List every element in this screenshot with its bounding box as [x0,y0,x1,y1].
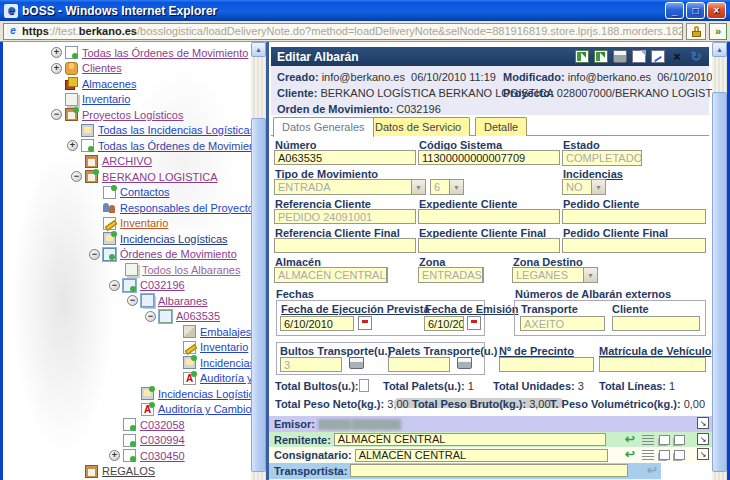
tree-link[interactable]: Incidencias Logísticas [120,233,228,245]
lock-icon[interactable] [686,23,706,40]
go-icon[interactable]: » [709,23,727,40]
tree-link[interactable]: Clientes [82,62,122,74]
fecha-ejecucion-input[interactable]: 6/10/2010 [280,316,354,331]
tree-scrollbar-thumb[interactable] [251,118,266,472]
refresh-icon[interactable]: ↻ [689,50,703,63]
numero-input[interactable]: A063535 [274,150,416,165]
tree-link[interactable]: C032196 [140,279,185,291]
list-icon[interactable] [642,450,654,461]
collapse-icon[interactable]: − [109,280,120,291]
copy-icon[interactable] [674,435,685,445]
transporte-input[interactable]: AXEITO [520,316,605,331]
maximize-button[interactable]: □ [686,2,705,19]
almacen-select[interactable]: ALMACÉN CENTRAL▼ [274,267,388,283]
tree-link[interactable]: Incidencias Logísticas [200,357,251,369]
collapse-icon[interactable]: − [127,295,138,306]
calendar-icon[interactable] [358,316,372,330]
main-scrollbar[interactable]: ▲ [712,42,727,480]
expediente-cliente-input[interactable] [418,209,560,224]
total-bultos-box[interactable] [359,379,369,392]
tree-link[interactable]: REGALOS [102,465,155,477]
undo-icon[interactable]: ↩ [625,448,635,461]
consignatario-input[interactable]: ALMACÉN CENTRAL [355,449,608,462]
tipo-movimiento-qty-select[interactable]: 6▼ [430,179,464,195]
precinto-input[interactable] [499,357,594,372]
tree-link[interactable]: Todas las Incidencias Logísticas [98,124,251,136]
main-scrollbar-thumb[interactable] [712,92,727,472]
tree-link[interactable]: BERKANO LOGISTICA [102,171,218,183]
copy-icon[interactable] [659,435,670,445]
tree-link[interactable]: C030994 [140,434,185,446]
tree-link[interactable]: Todas las Órdenes de Movimiento [98,140,251,152]
referencia-cliente-input[interactable]: PEDIDO 24091001 [274,209,416,224]
scroll-up-icon[interactable]: ▲ [712,42,727,57]
tipo-movimiento-select[interactable]: ENTRADA▼ [274,179,426,195]
codigo-sistema-input[interactable]: 11300000000007709 [418,150,560,165]
tree-link[interactable]: Todas las Órdenes de Movimiento [82,47,248,59]
minimize-button[interactable]: _ [665,2,684,19]
matricula-input[interactable] [599,357,706,372]
undo-icon[interactable]: ↩ [625,433,635,446]
edit-note-icon[interactable] [651,50,665,63]
bultos-transporte-input[interactable]: 3 [280,357,342,372]
expand-icon[interactable]: ↘ [697,448,709,460]
tree-link[interactable]: Almacenes [82,78,136,90]
undo-icon[interactable]: ↩ [647,464,657,477]
close-icon[interactable]: × [670,50,684,63]
tree-link[interactable]: Auditoría y Cambios [158,403,251,415]
list-icon[interactable] [642,435,654,446]
excel-123-icon[interactable] [594,50,608,63]
incidencias-select[interactable]: NO▼ [562,179,606,195]
tab-datos-generales[interactable]: Datos Generales [273,117,374,137]
collapse-icon[interactable]: − [145,311,156,322]
excel-export-icon[interactable] [575,50,589,63]
collapse-icon[interactable]: − [89,249,100,260]
print-icon[interactable] [457,357,472,369]
tree-link[interactable]: Responsables del Proyecto [120,202,251,214]
tree-link[interactable]: Proyectos Logísticos [82,109,184,121]
expand-icon[interactable]: + [51,63,62,74]
referencia-cliente-final-input[interactable] [274,238,416,253]
print-icon[interactable] [349,357,364,369]
copy-icon[interactable] [674,450,685,460]
fecha-emision-input[interactable]: 6/10/2010 [424,316,464,331]
tree-link[interactable]: Contactos [120,186,170,198]
tree-link[interactable]: C032058 [140,419,185,431]
zona-destino-select[interactable]: LEGANES▼ [512,267,598,283]
tree-link[interactable]: Todos los Albaranes [142,264,240,276]
expand-icon[interactable]: + [109,450,120,461]
tree-link[interactable]: Auditoría y Cambios [200,372,251,384]
tree-link[interactable]: Inventario [120,217,168,229]
palets-transporte-input[interactable] [388,357,450,372]
cliente-externo-input[interactable] [612,316,700,331]
estado-select[interactable]: COMPLETADO▼ [562,150,642,166]
expand-icon[interactable]: ↘ [697,417,709,429]
calendar-icon[interactable] [467,316,481,330]
new-doc-icon[interactable] [632,50,646,63]
tab-datos-de-servicio[interactable]: Datos de Servicio [366,117,470,136]
url-field[interactable]: e https ://test. berkano.es /bosslogisti… [3,23,683,40]
transportista-input[interactable] [350,464,628,477]
close-button[interactable]: × [707,2,726,19]
collapse-icon[interactable]: − [51,109,62,120]
tree-link[interactable]: Albaranes [158,295,208,307]
tree-link[interactable]: Inventario [200,341,248,353]
tree-link[interactable]: Incidencias Logísticas [158,388,251,400]
tree-link[interactable]: A063535 [176,310,220,322]
tree-link[interactable]: Órdenes de Movimiento [120,248,237,260]
zona-select[interactable]: ENTRADAS▼ [418,267,484,283]
expand-icon[interactable]: ↘ [697,433,709,445]
expediente-cliente-final-input[interactable] [418,238,560,253]
tree-link[interactable]: ARCHIVO [102,155,152,167]
collapse-icon[interactable]: − [71,171,82,182]
tree-link[interactable]: Inventario [82,93,130,105]
tree-link[interactable]: C030450 [140,450,185,462]
expand-icon[interactable]: + [51,47,62,58]
expand-icon[interactable]: + [67,140,78,151]
copy-icon[interactable] [659,450,670,460]
remitente-input[interactable]: ALMACÉN CENTRAL [334,433,606,446]
pedido-cliente-final-input[interactable] [562,238,706,253]
tree-link[interactable]: Embalajes [200,326,251,338]
tab-detalle[interactable]: Detalle [475,117,527,136]
pedido-cliente-input[interactable] [562,209,706,224]
